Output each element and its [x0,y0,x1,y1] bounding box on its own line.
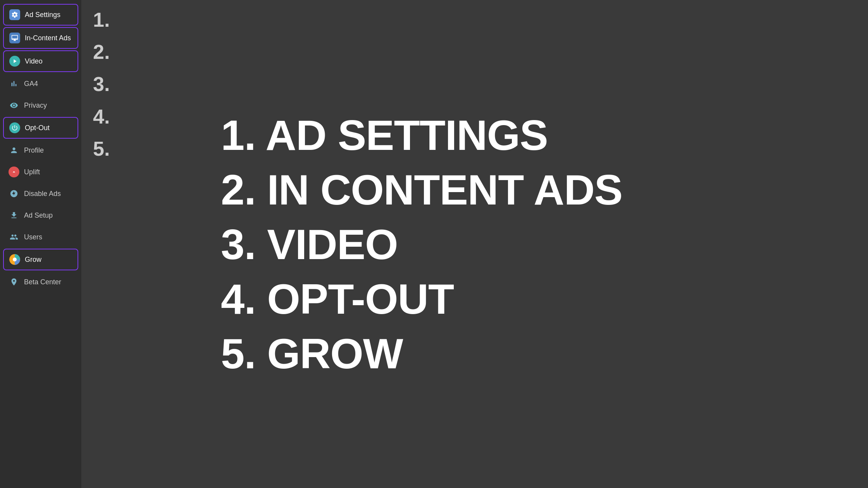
sidebar-item-grow[interactable]: Grow [3,249,78,270]
number-1: 1. [93,4,178,36]
sidebar-item-profile[interactable]: Profile [3,140,78,160]
number-2: 2. [93,36,178,68]
block-icon [9,188,19,199]
users-icon [9,232,19,242]
sidebar-item-ga4[interactable]: GA4 [3,74,78,94]
number-4: 4. [93,101,178,133]
sidebar-label-privacy: Privacy [24,101,47,110]
sidebar-label-profile: Profile [24,146,44,155]
sidebar-item-ad-settings[interactable]: Ad Settings [3,4,78,26]
number-5: 5. [93,133,178,165]
sidebar-item-privacy[interactable]: Privacy [3,95,78,115]
sidebar-item-in-content-ads[interactable]: In-Content Ads [3,27,78,49]
svg-point-1 [13,258,17,261]
sidebar-label-in-content: In-Content Ads [25,34,71,42]
main-item-1: 1. AD SETTINGS [221,112,837,158]
sidebar-item-beta-center[interactable]: Beta Center [3,272,78,292]
sidebar-label-video: Video [25,57,43,65]
person-icon [9,145,19,156]
eye-icon [9,100,19,111]
sidebar-item-video[interactable]: Video [3,50,78,72]
sidebar-label-users: Users [24,233,42,241]
sidebar: Ad Settings In-Content Ads Video GA4 [0,0,81,488]
grow-icon [9,254,20,265]
bar-chart-icon [9,78,19,89]
sidebar-label-ad-settings: Ad Settings [25,11,60,19]
main-content: 1. AD SETTINGS 2. IN CONTENT ADS 3. VIDE… [190,0,868,488]
sidebar-label-ga4: GA4 [24,80,38,88]
sidebar-item-opt-out[interactable]: Opt-Out [3,117,78,139]
sidebar-item-disable-ads[interactable]: Disable Ads [3,184,78,204]
sidebar-label-grow: Grow [25,256,41,264]
sidebar-label-ad-setup: Ad Setup [24,211,53,220]
sidebar-label-beta-center: Beta Center [24,278,61,286]
main-item-2: 2. IN CONTENT ADS [221,166,837,213]
monitor-icon [9,33,20,43]
number-list: 1. 2. 3. 4. 5. [81,0,190,488]
upload-icon [9,210,19,221]
main-item-5: 5. GROW [221,330,837,377]
power-icon [9,122,20,133]
sidebar-item-users[interactable]: Users [3,227,78,247]
number-3: 3. [93,68,178,100]
beta-icon [9,277,19,287]
main-item-4: 4. OPT-OUT [221,275,837,322]
sidebar-label-opt-out: Opt-Out [25,124,50,132]
uplift-icon [9,167,19,177]
play-icon [9,56,20,67]
gear-icon [9,9,20,20]
sidebar-label-disable-ads: Disable Ads [24,190,61,198]
sidebar-label-uplift: Uplift [24,168,40,176]
sidebar-item-uplift[interactable]: Uplift [3,162,78,182]
sidebar-item-ad-setup[interactable]: Ad Setup [3,205,78,225]
main-item-3: 3. VIDEO [221,221,837,268]
